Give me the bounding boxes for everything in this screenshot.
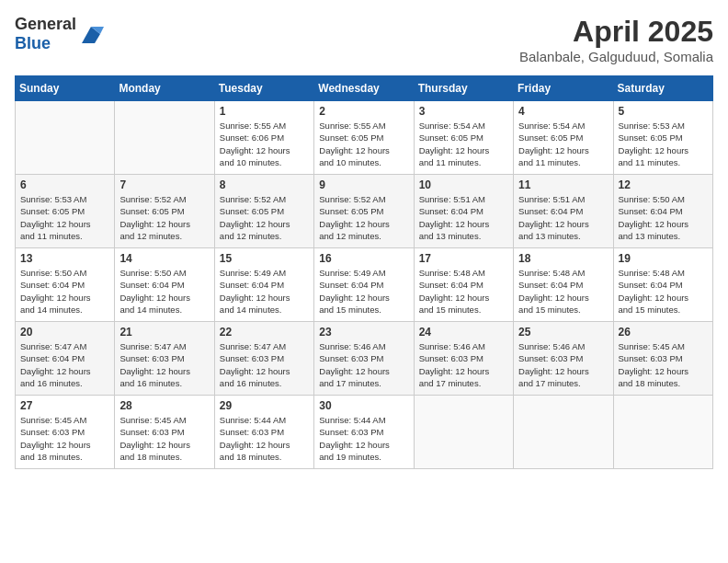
calendar-cell <box>414 396 513 469</box>
day-number: 25 <box>518 326 608 339</box>
calendar-cell: 18Sunrise: 5:48 AM Sunset: 6:04 PM Dayli… <box>514 248 613 322</box>
day-number: 24 <box>419 326 508 339</box>
weekday-header-thursday: Thursday <box>414 76 513 101</box>
day-number: 12 <box>619 178 708 191</box>
calendar-cell: 16Sunrise: 5:49 AM Sunset: 6:04 PM Dayli… <box>314 248 414 322</box>
weekday-header-wednesday: Wednesday <box>314 76 414 101</box>
calendar-cell: 26Sunrise: 5:45 AM Sunset: 6:03 PM Dayli… <box>613 322 712 396</box>
day-number: 11 <box>518 178 608 191</box>
day-number: 29 <box>220 399 309 412</box>
calendar-cell: 6Sunrise: 5:53 AM Sunset: 6:05 PM Daylig… <box>16 175 115 248</box>
day-number: 4 <box>518 105 608 118</box>
calendar-cell: 23Sunrise: 5:46 AM Sunset: 6:03 PM Dayli… <box>314 322 414 396</box>
day-info: Sunrise: 5:51 AM Sunset: 6:04 PM Dayligh… <box>518 193 608 242</box>
calendar-cell: 3Sunrise: 5:54 AM Sunset: 6:05 PM Daylig… <box>414 101 513 175</box>
calendar-cell: 15Sunrise: 5:49 AM Sunset: 6:04 PM Dayli… <box>214 248 313 322</box>
logo-blue: Blue <box>15 34 51 52</box>
page-header: General Blue April 2025 Balanbale, Galgu… <box>15 15 713 64</box>
day-info: Sunrise: 5:47 AM Sunset: 6:04 PM Dayligh… <box>20 340 109 389</box>
day-info: Sunrise: 5:50 AM Sunset: 6:04 PM Dayligh… <box>119 267 209 316</box>
calendar-cell <box>115 101 214 175</box>
calendar-cell: 22Sunrise: 5:47 AM Sunset: 6:03 PM Dayli… <box>214 322 313 396</box>
day-info: Sunrise: 5:46 AM Sunset: 6:03 PM Dayligh… <box>419 340 508 389</box>
calendar-week-row: 1Sunrise: 5:55 AM Sunset: 6:06 PM Daylig… <box>16 101 713 175</box>
day-number: 20 <box>20 326 109 339</box>
calendar-cell <box>514 396 613 469</box>
calendar-cell: 13Sunrise: 5:50 AM Sunset: 6:04 PM Dayli… <box>16 248 115 322</box>
day-number: 28 <box>119 399 209 412</box>
day-number: 26 <box>619 326 708 339</box>
calendar-cell: 21Sunrise: 5:47 AM Sunset: 6:03 PM Dayli… <box>115 322 214 396</box>
day-info: Sunrise: 5:45 AM Sunset: 6:03 PM Dayligh… <box>619 340 708 389</box>
calendar-cell: 9Sunrise: 5:52 AM Sunset: 6:05 PM Daylig… <box>314 175 414 248</box>
day-info: Sunrise: 5:50 AM Sunset: 6:04 PM Dayligh… <box>619 193 708 242</box>
calendar-week-row: 6Sunrise: 5:53 AM Sunset: 6:05 PM Daylig… <box>16 175 713 248</box>
location: Balanbale, Galguduud, Somalia <box>519 49 713 64</box>
calendar-cell: 27Sunrise: 5:45 AM Sunset: 6:03 PM Dayli… <box>16 396 115 469</box>
calendar-cell: 10Sunrise: 5:51 AM Sunset: 6:04 PM Dayli… <box>414 175 513 248</box>
calendar-cell: 29Sunrise: 5:44 AM Sunset: 6:03 PM Dayli… <box>214 396 313 469</box>
calendar-cell <box>16 101 115 175</box>
day-number: 15 <box>220 252 309 265</box>
calendar-cell: 28Sunrise: 5:45 AM Sunset: 6:03 PM Dayli… <box>115 396 214 469</box>
calendar-cell: 17Sunrise: 5:48 AM Sunset: 6:04 PM Dayli… <box>414 248 513 322</box>
day-info: Sunrise: 5:52 AM Sunset: 6:05 PM Dayligh… <box>319 193 408 242</box>
day-info: Sunrise: 5:52 AM Sunset: 6:05 PM Dayligh… <box>220 193 309 242</box>
day-number: 3 <box>419 105 508 118</box>
day-number: 21 <box>119 326 209 339</box>
title-block: April 2025 Balanbale, Galguduud, Somalia <box>519 15 713 64</box>
logo-text: General Blue <box>15 15 76 53</box>
weekday-header-tuesday: Tuesday <box>214 76 313 101</box>
day-number: 6 <box>20 178 109 191</box>
day-info: Sunrise: 5:53 AM Sunset: 6:05 PM Dayligh… <box>619 120 708 168</box>
calendar-cell: 11Sunrise: 5:51 AM Sunset: 6:04 PM Dayli… <box>514 175 613 248</box>
day-info: Sunrise: 5:46 AM Sunset: 6:03 PM Dayligh… <box>518 340 608 389</box>
month-year: April 2025 <box>519 15 713 49</box>
day-info: Sunrise: 5:44 AM Sunset: 6:03 PM Dayligh… <box>220 414 309 463</box>
calendar-cell: 12Sunrise: 5:50 AM Sunset: 6:04 PM Dayli… <box>613 175 712 248</box>
day-info: Sunrise: 5:53 AM Sunset: 6:05 PM Dayligh… <box>20 193 109 242</box>
calendar-cell: 30Sunrise: 5:44 AM Sunset: 6:03 PM Dayli… <box>314 396 414 469</box>
day-number: 10 <box>419 178 508 191</box>
day-info: Sunrise: 5:55 AM Sunset: 6:05 PM Dayligh… <box>319 120 408 168</box>
day-number: 1 <box>220 105 309 118</box>
day-number: 13 <box>20 252 109 265</box>
day-number: 30 <box>319 399 408 412</box>
day-info: Sunrise: 5:46 AM Sunset: 6:03 PM Dayligh… <box>319 340 408 389</box>
day-number: 16 <box>319 252 408 265</box>
calendar-week-row: 27Sunrise: 5:45 AM Sunset: 6:03 PM Dayli… <box>16 396 713 469</box>
day-number: 18 <box>518 252 608 265</box>
weekday-header-friday: Friday <box>514 76 613 101</box>
calendar-cell: 1Sunrise: 5:55 AM Sunset: 6:06 PM Daylig… <box>214 101 313 175</box>
day-number: 19 <box>619 252 708 265</box>
weekday-header-saturday: Saturday <box>613 76 712 101</box>
day-info: Sunrise: 5:44 AM Sunset: 6:03 PM Dayligh… <box>319 414 408 463</box>
weekday-header-monday: Monday <box>115 76 214 101</box>
calendar-cell: 7Sunrise: 5:52 AM Sunset: 6:05 PM Daylig… <box>115 175 214 248</box>
day-info: Sunrise: 5:51 AM Sunset: 6:04 PM Dayligh… <box>419 193 508 242</box>
calendar-week-row: 20Sunrise: 5:47 AM Sunset: 6:04 PM Dayli… <box>16 322 713 396</box>
calendar-cell: 19Sunrise: 5:48 AM Sunset: 6:04 PM Dayli… <box>613 248 712 322</box>
day-info: Sunrise: 5:49 AM Sunset: 6:04 PM Dayligh… <box>220 267 309 316</box>
day-info: Sunrise: 5:54 AM Sunset: 6:05 PM Dayligh… <box>518 120 608 168</box>
day-info: Sunrise: 5:48 AM Sunset: 6:04 PM Dayligh… <box>619 267 708 316</box>
calendar-cell <box>613 396 712 469</box>
day-info: Sunrise: 5:47 AM Sunset: 6:03 PM Dayligh… <box>220 340 309 389</box>
calendar-week-row: 13Sunrise: 5:50 AM Sunset: 6:04 PM Dayli… <box>16 248 713 322</box>
calendar-cell: 14Sunrise: 5:50 AM Sunset: 6:04 PM Dayli… <box>115 248 214 322</box>
day-info: Sunrise: 5:55 AM Sunset: 6:06 PM Dayligh… <box>220 120 309 168</box>
calendar-cell: 25Sunrise: 5:46 AM Sunset: 6:03 PM Dayli… <box>514 322 613 396</box>
day-number: 27 <box>20 399 109 412</box>
day-info: Sunrise: 5:45 AM Sunset: 6:03 PM Dayligh… <box>119 414 209 463</box>
day-number: 7 <box>119 178 209 191</box>
day-number: 8 <box>220 178 309 191</box>
logo: General Blue <box>15 15 104 53</box>
day-number: 23 <box>319 326 408 339</box>
day-info: Sunrise: 5:54 AM Sunset: 6:05 PM Dayligh… <box>419 120 508 168</box>
calendar-cell: 5Sunrise: 5:53 AM Sunset: 6:05 PM Daylig… <box>613 101 712 175</box>
day-info: Sunrise: 5:47 AM Sunset: 6:03 PM Dayligh… <box>119 340 209 389</box>
day-number: 2 <box>319 105 408 118</box>
calendar-cell: 4Sunrise: 5:54 AM Sunset: 6:05 PM Daylig… <box>514 101 613 175</box>
day-number: 22 <box>220 326 309 339</box>
logo-icon <box>78 21 104 47</box>
